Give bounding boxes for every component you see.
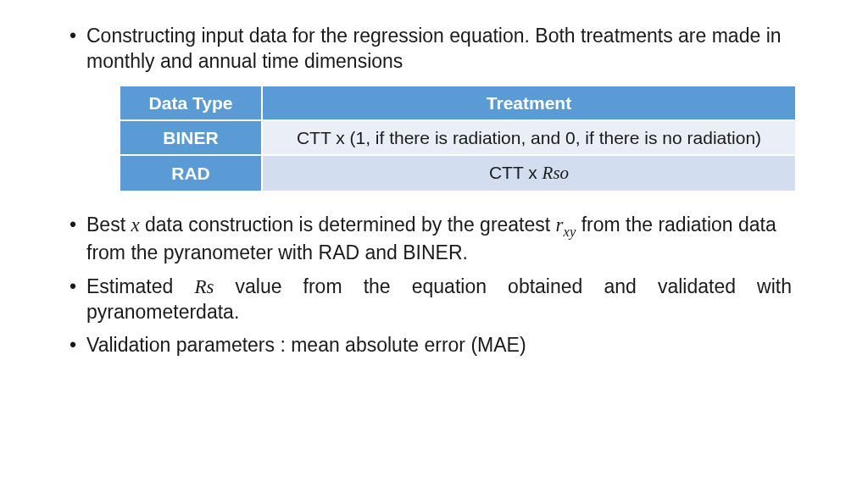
table-header-row: Data Type Treatment bbox=[120, 86, 796, 120]
bullet-1: Constructing input data for the regressi… bbox=[68, 24, 792, 192]
bullet-1-text: Constructing input data for the regressi… bbox=[86, 25, 782, 72]
bullet-4-text: Validation parameters : mean absolute er… bbox=[86, 334, 526, 356]
data-treatment-table: Data Type Treatment BINER CTT x (1, if t… bbox=[119, 85, 797, 192]
bullet-2-x: x bbox=[131, 214, 139, 236]
td-treatment-biner: CTT x (1, if there is radiation, and 0, … bbox=[262, 120, 796, 155]
th-treatment: Treatment bbox=[262, 86, 796, 120]
bullet-list: Constructing input data for the regressi… bbox=[68, 24, 792, 358]
table-row: RAD CTT x Rso bbox=[120, 155, 796, 191]
bullet-4: Validation parameters : mean absolute er… bbox=[68, 333, 792, 358]
bullet-2-mid: data construction is determined by the g… bbox=[140, 214, 556, 236]
td-treatment-rad-math: Rso bbox=[542, 163, 570, 183]
bullet-2: Best x data construction is determined b… bbox=[68, 213, 792, 266]
td-type-biner: BINER bbox=[120, 120, 262, 155]
th-data-type: Data Type bbox=[120, 86, 262, 120]
table-row: BINER CTT x (1, if there is radiation, a… bbox=[120, 120, 796, 155]
slide: Constructing input data for the regressi… bbox=[0, 0, 868, 488]
bullet-3: Estimated Rs value from the equation obt… bbox=[68, 274, 792, 325]
td-type-rad: RAD bbox=[120, 155, 262, 191]
bullet-2-pre: Best bbox=[86, 214, 131, 236]
td-treatment-rad-pre: CTT x bbox=[489, 163, 542, 182]
bullet-3-pre: Estimated bbox=[86, 275, 194, 297]
bullet-2-rsub: xy bbox=[564, 224, 576, 240]
bullet-3-rs: Rs bbox=[194, 276, 214, 297]
td-treatment-rad: CTT x Rso bbox=[262, 155, 796, 191]
bullet-2-r: r bbox=[556, 214, 564, 236]
